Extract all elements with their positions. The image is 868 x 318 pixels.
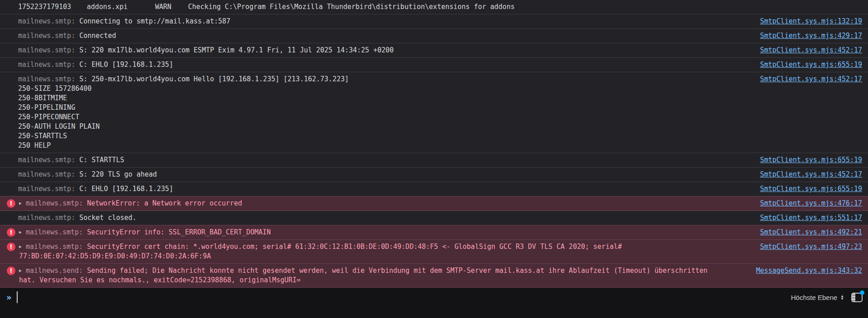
log-body: SecurityError info: SSL_ERROR_BAD_CERT_D… [87,228,270,236]
message-text: mailnews.smtp: C: EHLO [192.168.1.235] [18,184,753,194]
message-text: ▶mailnews.smtp: SecurityError cert chain… [19,242,753,261]
log-body: C: EHLO [192.168.1.235] [79,185,173,193]
log-prefix: mailnews.smtp: [18,170,79,178]
log-prefix: mailnews.smtp: [18,46,79,54]
sidebar-toggle-button[interactable] [851,293,863,302]
log-prefix: mailnews.smtp: [18,156,79,164]
message-text: mailnews.smtp: Connecting to smtp://mail… [18,17,753,26]
source-location-link[interactable]: SmtpClient.sys.mjs:492:21 [760,228,862,237]
devtools-console: 1752237179103addons.xpiWARNChecking C:\P… [0,0,868,318]
log-body: Connected [79,32,116,40]
console-output: 1752237179103addons.xpiWARNChecking C:\P… [0,0,868,288]
expand-arrow-icon[interactable]: ▶ [19,227,26,237]
source-location-link[interactable]: SmtpClient.sys.mjs:132:19 [760,17,862,26]
error-icon: ! [7,243,15,251]
source-location-link[interactable]: SmtpClient.sys.mjs:429:17 [760,31,862,41]
notification-dot [860,290,864,295]
source-location-link[interactable]: SmtpClient.sys.mjs:497:23 [760,242,862,252]
log-timestamp: 1752237179103 [18,2,87,12]
log-prefix: mailnews.smtp: [18,32,79,40]
console-log-row: mailnews.smtp: S: 250-mx17lb.world4you.c… [0,72,868,153]
log-body: C: EHLO [192.168.1.235] [79,61,173,69]
console-log-row: mailnews.smtp: C: EHLO [192.168.1.235]Sm… [0,58,868,72]
console-log-row: 1752237179103addons.xpiWARNChecking C:\P… [0,0,868,14]
log-body: S: 220 TLS go ahead [79,170,157,178]
text-cursor [17,291,18,303]
evaluation-context-label: Höchste Ebene [791,294,838,301]
source-location-link[interactable]: SmtpClient.sys.mjs:476:17 [760,199,862,208]
input-toolbar: Höchste Ebene ▲▼ [791,292,863,302]
log-prefix: mailnews.smtp: [18,185,79,193]
source-location-link[interactable]: SmtpClient.sys.mjs:452:17 [760,170,862,179]
error-icon: ! [7,228,15,237]
log-prefix: mailnews.smtp: [18,61,79,69]
log-body: SecurityError cert chain: *.world4you.co… [19,243,622,260]
console-log-row: mailnews.smtp: S: 220 TLS go aheadSmtpCl… [0,168,868,182]
sidebar-panel-fill [852,294,855,301]
message-text: mailnews.smtp: S: 220 TLS go ahead [18,170,753,179]
console-log-row: mailnews.smtp: C: EHLO [192.168.1.235]Sm… [0,182,868,196]
log-body: S: 250-mx17lb.world4you.com Hello [192.1… [18,75,349,150]
source-location-link[interactable]: SmtpClient.sys.mjs:655:19 [760,60,862,70]
log-prefix: mailnews.smtp: [26,243,87,251]
source-location-link[interactable]: SmtpClient.sys.mjs:655:19 [760,155,862,165]
error-icon: ! [7,199,15,208]
source-location-link[interactable]: SmtpClient.sys.mjs:452:17 [760,75,862,84]
log-prefix: mailnews.smtp: [18,17,79,25]
log-prefix: mailnews.send: [26,267,87,275]
expand-arrow-icon[interactable]: ▶ [19,198,26,208]
message-text: mailnews.smtp: C: STARTTLS [18,155,753,165]
log-text: Checking C:\Program Files\Mozilla Thunde… [188,3,514,11]
message-text: mailnews.smtp: Connected [18,31,753,41]
log-prefix: mailnews.smtp: [18,214,79,222]
message-text: mailnews.smtp: S: 250-mx17lb.world4you.c… [18,75,753,150]
message-text: mailnews.smtp: S: 220 mx17lb.world4you.c… [18,46,753,55]
evaluation-context-selector[interactable]: Höchste Ebene ▲▼ [791,294,844,301]
log-body: Socket closed. [79,214,136,222]
log-prefix: mailnews.smtp: [26,199,87,207]
log-body: Sending failed; Die Nachricht konnte nic… [19,267,708,284]
message-text: ▶mailnews.smtp: NetworkError: a Network … [19,199,753,208]
console-input-row[interactable]: » Höchste Ebene ▲▼ [0,288,868,318]
source-location-link[interactable]: SmtpClient.sys.mjs:655:19 [760,184,862,194]
console-log-row: mailnews.smtp: Connecting to smtp://mail… [0,14,868,29]
message-text: ▶mailnews.smtp: SecurityError info: SSL_… [19,228,753,237]
log-module: addons.xpi [87,2,155,12]
updown-arrows-icon: ▲▼ [840,295,844,300]
log-prefix: mailnews.smtp: [18,75,79,83]
message-text: ▶mailnews.send: Sending failed; Die Nach… [19,266,749,285]
log-body: S: 220 mx17lb.world4you.com ESMTP Exim 4… [79,46,393,54]
console-error-row: !▶mailnews.smtp: SecurityError info: SSL… [0,225,868,240]
console-log-row: mailnews.smtp: C: STARTTLSSmtpClient.sys… [0,153,868,168]
log-body: C: STARTTLS [79,156,124,164]
console-log-row: mailnews.smtp: S: 220 mx17lb.world4you.c… [0,43,868,58]
error-icon: ! [7,267,15,275]
log-level: WARN [155,2,188,12]
expand-arrow-icon[interactable]: ▶ [19,266,26,275]
source-location-link[interactable]: MessageSend.sys.mjs:343:32 [756,266,862,276]
warn-message: 1752237179103addons.xpiWARNChecking C:\P… [18,2,862,12]
expand-arrow-icon[interactable]: ▶ [19,242,26,251]
log-prefix: mailnews.smtp: [26,228,87,236]
console-error-row: !▶mailnews.send: Sending failed; Die Nac… [0,263,868,288]
log-body: NetworkError: a Network error occurred [87,199,242,207]
message-text: mailnews.smtp: Socket closed. [18,213,753,223]
source-location-link[interactable]: SmtpClient.sys.mjs:452:17 [760,46,862,55]
console-prompt-icon: » [6,292,10,303]
console-error-row: !▶mailnews.smtp: NetworkError: a Network… [0,196,868,211]
console-log-row: mailnews.smtp: ConnectedSmtpClient.sys.m… [0,29,868,43]
message-text: mailnews.smtp: C: EHLO [192.168.1.235] [18,60,753,70]
console-error-row: !▶mailnews.smtp: SecurityError cert chai… [0,239,868,264]
log-body: Connecting to smtp://mail.kass.at:587 [79,17,230,25]
source-location-link[interactable]: SmtpClient.sys.mjs:551:17 [760,213,862,223]
console-log-row: mailnews.smtp: Socket closed.SmtpClient.… [0,211,868,225]
